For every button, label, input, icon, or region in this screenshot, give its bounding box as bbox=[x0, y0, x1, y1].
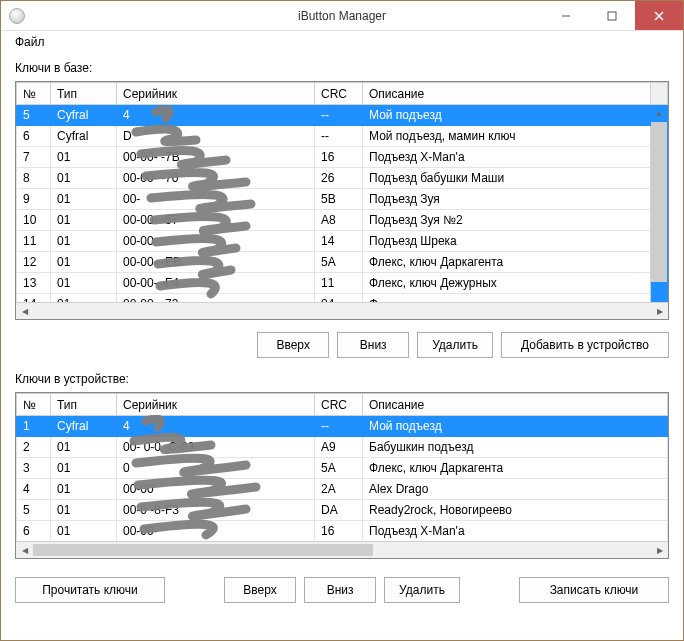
cell-no: 6 bbox=[17, 126, 51, 147]
read-keys-button[interactable]: Прочитать ключи bbox=[15, 577, 165, 603]
cell-crc: 26 bbox=[315, 168, 363, 189]
db-col-type[interactable]: Тип bbox=[51, 83, 117, 105]
dev-delete-button[interactable]: Удалить bbox=[384, 577, 460, 603]
cell-serial: 0 bbox=[117, 458, 315, 479]
table-row[interactable]: 5Cyfral4--Мой подъезд▲▼ bbox=[17, 105, 668, 126]
cell-desc: Подъезд X-Man'а bbox=[363, 521, 668, 542]
dev-up-button[interactable]: Вверх bbox=[224, 577, 296, 603]
maximize-button[interactable] bbox=[589, 1, 635, 30]
db-delete-button[interactable]: Удалить bbox=[417, 332, 493, 358]
cell-desc: Мой подъезд bbox=[363, 416, 668, 437]
cell-crc: -- bbox=[315, 105, 363, 126]
dev-col-type[interactable]: Тип bbox=[51, 394, 117, 416]
table-row[interactable]: 40100-00 2AAlex Drago bbox=[17, 479, 668, 500]
cell-type: 01 bbox=[51, 521, 117, 542]
app-icon bbox=[9, 8, 25, 24]
cell-type: 01 bbox=[51, 479, 117, 500]
db-vscroll[interactable]: ▲▼ bbox=[651, 105, 668, 303]
table-row[interactable]: 70100-00- -7B16Подъезд X-Man'а bbox=[17, 147, 668, 168]
cell-crc: A9 bbox=[315, 437, 363, 458]
vscroll-down-icon[interactable]: ▼ bbox=[651, 297, 667, 302]
db-down-button[interactable]: Вниз bbox=[337, 332, 409, 358]
table-row[interactable]: 60100-00- 16Подъезд X-Man'а bbox=[17, 521, 668, 542]
dev-col-crc[interactable]: CRC bbox=[315, 394, 363, 416]
db-table[interactable]: № Тип Серийник CRC Описание 5Cyfral4--Мо… bbox=[16, 82, 668, 302]
cell-crc: DA bbox=[315, 500, 363, 521]
db-up-button[interactable]: Вверх bbox=[257, 332, 329, 358]
cell-crc: 5A bbox=[315, 458, 363, 479]
dev-hscroll[interactable]: ◀ ▶ bbox=[16, 541, 668, 558]
cell-desc: Alex Drago bbox=[363, 479, 668, 500]
table-row[interactable]: 90100- 5BПодъезд Зуя bbox=[17, 189, 668, 210]
vscroll-thumb[interactable] bbox=[651, 122, 667, 282]
db-col-no[interactable]: № bbox=[17, 83, 51, 105]
cell-serial: 00-00- bbox=[117, 231, 315, 252]
table-row[interactable]: 140100-00- -7304Ф bbox=[17, 294, 668, 303]
cell-desc: Подъезд Зуя bbox=[363, 189, 651, 210]
cell-serial: 00-00- -7B bbox=[117, 147, 315, 168]
table-row[interactable]: 20100- 0-0 -C-63A9Бабушкин подъезд bbox=[17, 437, 668, 458]
cell-serial: 00- 0-0 -C-63 bbox=[117, 437, 315, 458]
table-row[interactable]: 1Cyfral4--Мой подъезд bbox=[17, 416, 668, 437]
cell-serial: 00-00- -EB bbox=[117, 252, 315, 273]
cell-no: 7 bbox=[17, 147, 51, 168]
window-controls bbox=[543, 1, 683, 30]
cell-serial: 00- bbox=[117, 189, 315, 210]
cell-serial: 00-0 -8-F3 bbox=[117, 500, 315, 521]
cell-serial: 00-00- -57 bbox=[117, 210, 315, 231]
dev-hscroll-thumb[interactable] bbox=[33, 544, 373, 556]
table-row[interactable]: 100100-00- -57A8Подъезд Зуя №2 bbox=[17, 210, 668, 231]
table-row[interactable]: 110100-00- 14Подъезд Шрека bbox=[17, 231, 668, 252]
db-col-crc[interactable]: CRC bbox=[315, 83, 363, 105]
dev-hscroll-left-icon[interactable]: ◀ bbox=[16, 542, 33, 559]
db-hscroll[interactable]: ◀ ▶ bbox=[16, 302, 668, 319]
cell-type: Cyfral bbox=[51, 105, 117, 126]
db-hscroll-right-icon[interactable]: ▶ bbox=[651, 303, 668, 320]
cell-serial: D bbox=[117, 126, 315, 147]
cell-type: 01 bbox=[51, 231, 117, 252]
db-hscroll-left-icon[interactable]: ◀ bbox=[16, 303, 33, 320]
add-to-device-button[interactable]: Добавить в устройство bbox=[501, 332, 669, 358]
cell-desc: Флекс, ключ Даркагента bbox=[363, 458, 668, 479]
table-row[interactable]: 6Cyfral D--Мой подъезд, мамин ключ bbox=[17, 126, 668, 147]
table-row[interactable]: 50100-0 -8-F3DAReady2rock, Новогиреево bbox=[17, 500, 668, 521]
cell-no: 10 bbox=[17, 210, 51, 231]
minimize-button[interactable] bbox=[543, 1, 589, 30]
cell-serial: 00-00- -F4 bbox=[117, 273, 315, 294]
device-table[interactable]: № Тип Серийник CRC Описание 1Cyfral4--Мо… bbox=[16, 393, 668, 541]
cell-desc: Флекс, ключ Дежурных bbox=[363, 273, 651, 294]
vscroll-up-icon[interactable]: ▲ bbox=[651, 105, 667, 122]
cell-type: 01 bbox=[51, 458, 117, 479]
menubar: Файл bbox=[1, 31, 683, 53]
db-col-ser[interactable]: Серийник bbox=[117, 83, 315, 105]
cell-desc: Ready2rock, Новогиреево bbox=[363, 500, 668, 521]
cell-type: 01 bbox=[51, 147, 117, 168]
table-row[interactable]: 80100-00- -7026Подъезд бабушки Маши bbox=[17, 168, 668, 189]
dev-col-no[interactable]: № bbox=[17, 394, 51, 416]
cell-type: 01 bbox=[51, 210, 117, 231]
write-keys-button[interactable]: Записать ключи bbox=[519, 577, 669, 603]
cell-no: 12 bbox=[17, 252, 51, 273]
cell-crc: 11 bbox=[315, 273, 363, 294]
cell-crc: 16 bbox=[315, 147, 363, 168]
table-row[interactable]: 130100-00- -F411Флекс, ключ Дежурных bbox=[17, 273, 668, 294]
cell-no: 4 bbox=[17, 479, 51, 500]
app-window: iButton Manager Файл Ключи в базе: bbox=[0, 0, 684, 641]
table-row[interactable]: 120100-00- -EB5AФлекс, ключ Даркагента bbox=[17, 252, 668, 273]
cell-type: 01 bbox=[51, 252, 117, 273]
cell-no: 5 bbox=[17, 105, 51, 126]
device-section-label: Ключи в устройстве: bbox=[15, 368, 669, 386]
menu-file[interactable]: Файл bbox=[7, 33, 53, 51]
dev-hscroll-right-icon[interactable]: ▶ bbox=[651, 542, 668, 559]
db-col-desc[interactable]: Описание bbox=[363, 83, 651, 105]
device-table-container: № Тип Серийник CRC Описание 1Cyfral4--Мо… bbox=[15, 392, 669, 559]
titlebar: iButton Manager bbox=[1, 1, 683, 31]
dev-down-button[interactable]: Вниз bbox=[304, 577, 376, 603]
table-row[interactable]: 3010 5AФлекс, ключ Даркагента bbox=[17, 458, 668, 479]
cell-type: 01 bbox=[51, 500, 117, 521]
cell-no: 13 bbox=[17, 273, 51, 294]
cell-no: 3 bbox=[17, 458, 51, 479]
dev-col-ser[interactable]: Серийник bbox=[117, 394, 315, 416]
dev-col-desc[interactable]: Описание bbox=[363, 394, 668, 416]
close-button[interactable] bbox=[635, 1, 683, 30]
